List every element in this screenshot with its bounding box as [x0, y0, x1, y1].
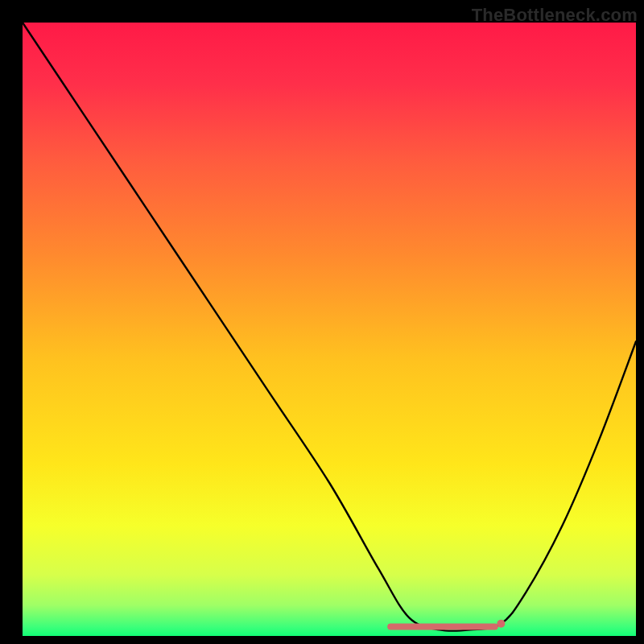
watermark-text: TheBottleneck.com [472, 5, 638, 26]
curve-layer [23, 23, 636, 636]
bottleneck-curve [23, 23, 636, 631]
chart-stage: TheBottleneck.com [0, 0, 644, 644]
minimum-marker [497, 620, 505, 628]
plot-area [23, 23, 636, 636]
